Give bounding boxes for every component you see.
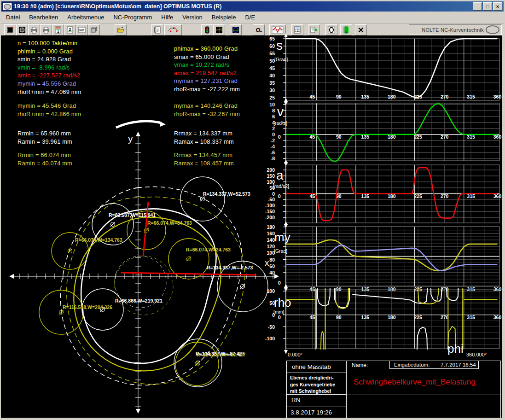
param-line: phimin = 0.000 Grad xyxy=(17,48,73,55)
param-line: n = 100.000 Takte/min xyxy=(17,40,77,47)
menu-item-d-e[interactable]: D/E xyxy=(240,12,260,23)
param-line: vmin = -8.996 rad/s xyxy=(17,64,70,71)
optimus-motus-window: { "window": { "title": "19:30 #0 (adm) [… xyxy=(0,0,505,420)
window-title: 19:30 #0 (adm) [c:\users\RN\OptimusMotus… xyxy=(14,3,221,10)
menu-item-hilfe[interactable]: Hilfe xyxy=(157,12,178,23)
menu-item-bearbeiten[interactable]: Bearbeiten xyxy=(24,12,63,23)
app-icon xyxy=(3,3,12,10)
empty-cell xyxy=(346,395,501,418)
param-line: mymin = 45.556 Grad xyxy=(17,80,76,87)
omega-tool-icon[interactable]: Ω xyxy=(253,24,265,35)
curve-handles-icon[interactable] xyxy=(164,24,182,35)
input-date-value: 7.7.2017 16:54 xyxy=(441,362,476,368)
maximize-button[interactable]: □ xyxy=(483,2,492,11)
open-folder-icon[interactable] xyxy=(115,24,127,35)
param-line: amin = -227.527 rad/s2 xyxy=(17,72,80,79)
view-1-icon[interactable]: 1 xyxy=(52,24,64,35)
svg-text:Init: Init xyxy=(79,29,84,32)
input-date-label: Eingabedatum: xyxy=(394,362,430,368)
scale-note: ohne Masstab xyxy=(292,363,331,370)
mechanism-description: Ebenes dreigliedri-ges Kurvengetriebemit… xyxy=(290,374,335,395)
svg-text:2: 2 xyxy=(69,27,71,32)
param-line: Ramin = 40.074 mm xyxy=(17,160,72,167)
traffic-light-icon[interactable] xyxy=(201,24,213,35)
brand-logo-icon xyxy=(486,25,499,34)
brand-panel: NOLTE NC-Kurventechnik xyxy=(409,24,502,35)
fit-view-icon[interactable] xyxy=(16,24,28,35)
curve-alert-icon[interactable] xyxy=(269,24,286,35)
analysis-curves-icon[interactable] xyxy=(213,24,225,35)
author: RN xyxy=(291,397,301,403)
init-icon[interactable]: Init xyxy=(76,24,88,35)
print-date: 3.8.2017 19:26 xyxy=(290,409,332,416)
param-line: rhoR+min = 42.866 mm xyxy=(17,111,81,117)
svg-text:1: 1 xyxy=(57,29,59,34)
analysis-target-icon[interactable] xyxy=(230,24,242,35)
title-block-divider xyxy=(346,361,347,418)
param-line: Rrmin = 66.074 mm xyxy=(17,152,71,158)
param-line: mymin = 45.546 Grad xyxy=(17,102,76,109)
toolbar: NOLTE NC-Kurventechnik 12InitΩ xyxy=(1,23,504,35)
titlebar[interactable]: 19:30 #0 (adm) [c:\users\RN\OptimusMotus… xyxy=(1,1,504,12)
menu-item-arbeitsmenue[interactable]: Arbeitsmenue xyxy=(63,12,109,23)
notepad-icon[interactable] xyxy=(151,24,163,35)
param-line: rhoR-max = -27.222 mm xyxy=(174,86,240,93)
name-label: Name: xyxy=(352,362,368,368)
svg-text:Ω: Ω xyxy=(256,27,261,34)
export-data-icon[interactable] xyxy=(308,24,320,35)
param-line: rhoR-max = -32.267 mm xyxy=(174,111,240,117)
param-line: mymax = 127.231 Grad xyxy=(174,77,238,84)
minimize-button[interactable]: _ xyxy=(473,2,482,11)
param-line: Ramax = 108.457 mm xyxy=(174,160,234,167)
film-strip-icon[interactable] xyxy=(340,24,352,35)
select-frame-icon[interactable] xyxy=(4,24,16,35)
param-line: rhoR+min = 47.069 mm xyxy=(17,88,81,95)
param-line: Rrmin = 65.960 mm xyxy=(17,130,71,137)
view-2-icon[interactable]: 2 xyxy=(64,24,76,35)
menu-item-version[interactable]: Version xyxy=(178,12,207,23)
curve-name: Schwinghebelkurve_mit_Belastung xyxy=(354,378,476,387)
param-line: Ramax = 108.337 mm xyxy=(174,138,234,145)
calculator-icon[interactable] xyxy=(291,24,303,35)
object-3d-icon[interactable] xyxy=(88,24,100,35)
param-line: phimax = 360.000 Grad xyxy=(174,45,238,52)
param-line: smax = 65.000 Grad xyxy=(174,53,229,60)
print-page-icon[interactable] xyxy=(28,24,40,35)
param-line: vmax = 10.272 rad/s xyxy=(174,61,229,68)
param-line: amax = 219.547 rad/s2 xyxy=(174,70,236,76)
brand-text: NOLTE NC-Kurventechnik xyxy=(422,27,484,33)
param-line: Rrmax = 134.337 mm xyxy=(174,130,232,137)
close-button[interactable]: × xyxy=(493,2,502,11)
close-tool-icon[interactable] xyxy=(355,24,367,35)
contour-circle-icon[interactable] xyxy=(325,24,337,35)
menubar: DateiBearbeitenArbeitsmenueNC-ProgrammHi… xyxy=(1,12,504,23)
print-pages-icon[interactable] xyxy=(40,24,52,35)
menu-item-nc-programm[interactable]: NC-Programm xyxy=(109,12,157,23)
param-line: Ramin = 39.961 mm xyxy=(17,138,72,145)
param-line: smin = 24.928 Grad xyxy=(17,56,71,63)
menu-item-beispiele[interactable]: Beispiele xyxy=(207,12,241,23)
param-line: mymax = 140.246 Grad xyxy=(174,102,238,109)
param-line: Rrmax = 134.457 mm xyxy=(174,152,232,158)
menu-item-datei[interactable]: Datei xyxy=(1,12,24,23)
